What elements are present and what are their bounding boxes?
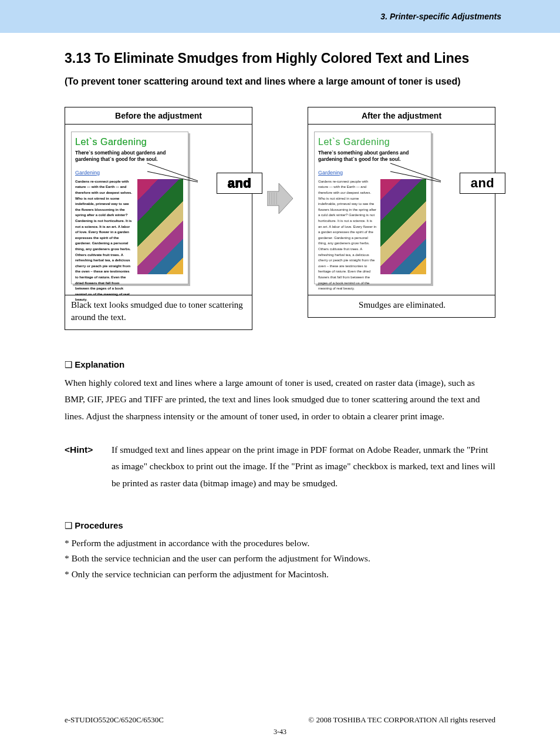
sample-photo: [137, 179, 183, 274]
arrow-right-icon: [267, 183, 293, 214]
explanation-heading: Explanation: [65, 359, 495, 370]
section-subtitle: (To prevent toner scattering around text…: [65, 73, 495, 90]
before-body: Let`s Gardening There`s something about …: [65, 124, 252, 295]
procedures-list: Perform the adjustment in accordance wit…: [65, 536, 495, 582]
sample-bodytext: Gardens re-connect people with nature — …: [318, 179, 377, 292]
sample-photo: [380, 179, 426, 274]
before-panel: Before the adjustment Let`s Gardening Th…: [65, 107, 252, 330]
procedure-item: Perform the adjustment in accordance wit…: [65, 536, 495, 551]
after-caption: Smudges are eliminated.: [308, 295, 495, 317]
sample-heading: Let`s Gardening: [318, 137, 427, 147]
hint-text: If smudged text and lines appear on the …: [112, 442, 495, 492]
procedure-item: Only the service technician can perform …: [65, 567, 495, 582]
sample-bodytext: Gardens re-connect people with nature — …: [75, 179, 134, 303]
before-sample: Let`s Gardening There`s something about …: [71, 132, 188, 284]
after-title: After the adjustment: [308, 107, 495, 124]
procedure-item: Both the service technician and the user…: [65, 551, 495, 566]
after-sample: Let`s Gardening There`s something about …: [314, 132, 431, 284]
before-title: Before the adjustment: [65, 107, 252, 124]
sample-subheading: There`s something about gardens and gard…: [75, 150, 184, 163]
hint-row: <Hint> If smudged text and lines appear …: [65, 442, 495, 492]
svg-marker-2: [267, 183, 293, 214]
after-body: Let`s Gardening There`s something about …: [308, 124, 495, 295]
and-box-before: and: [217, 173, 262, 194]
arrow-column: [262, 107, 298, 214]
and-box-after: and: [460, 173, 505, 194]
page-body: 3.13 To Eliminate Smudges from Highly Co…: [0, 33, 560, 582]
hint-label: <Hint>: [65, 442, 112, 492]
footer-left: e-STUDIO5520C/6520C/6530C: [65, 715, 164, 725]
footer: e-STUDIO5520C/6520C/6530C © 2008 TOSHIBA…: [0, 715, 560, 725]
header-band: 3. Printer-specific Adjustments: [0, 0, 560, 33]
comparison-row: Before the adjustment Let`s Gardening Th…: [65, 107, 495, 330]
procedures-heading: Procedures: [65, 520, 495, 531]
after-panel: After the adjustment Let`s Gardening The…: [308, 107, 495, 318]
page-number: 3-43: [0, 728, 560, 736]
chapter-title: 3. Printer-specific Adjustments: [380, 12, 501, 21]
sample-heading: Let`s Gardening: [75, 137, 184, 147]
sample-subheading: There`s something about gardens and gard…: [318, 150, 427, 163]
footer-right: © 2008 TOSHIBA TEC CORPORATION All right…: [308, 715, 495, 725]
sample-link: Gardening: [75, 170, 100, 176]
sample-link: Gardening: [318, 170, 343, 176]
section-title: 3.13 To Eliminate Smudges from Highly Co…: [65, 51, 495, 66]
explanation-text: When highly colored text and lines where…: [65, 375, 495, 425]
